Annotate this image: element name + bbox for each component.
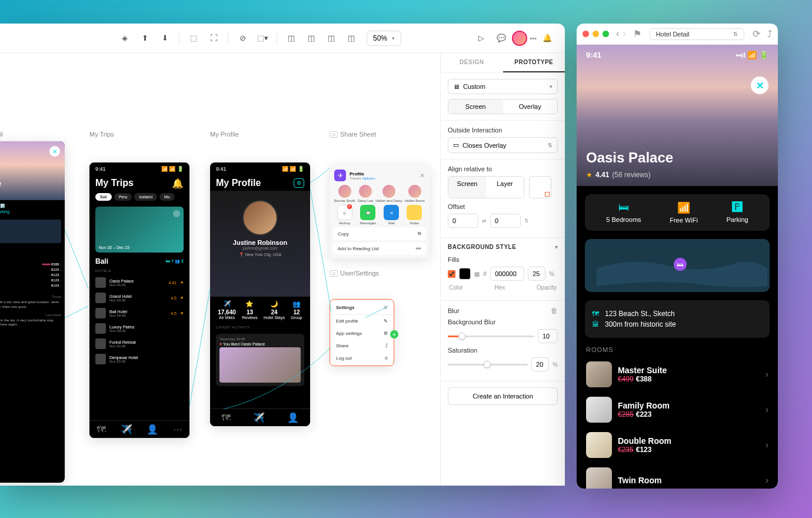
contact[interactable]: Hellen and Daisy (375, 185, 402, 202)
seg-screen[interactable]: Screen (448, 99, 503, 114)
seg-align-screen[interactable]: Screen (448, 177, 486, 198)
flight-tab-icon[interactable]: ✈️ (253, 412, 265, 423)
user-avatar[interactable] (512, 31, 527, 46)
close-button[interactable]: ✕ (751, 77, 768, 94)
stepper-icon[interactable]: ⇅ (524, 218, 529, 224)
blur-value-input[interactable] (538, 329, 558, 343)
list-item[interactable]: Luxury PalmsNov 20-26 (89, 321, 189, 336)
share-app-notes[interactable]: Notes (407, 205, 422, 225)
add-interaction-handle[interactable]: + (390, 330, 398, 338)
room-row[interactable]: Twin Room › (577, 463, 778, 489)
scale-tool[interactable]: ⛶ (204, 29, 223, 48)
room-row[interactable]: Family Room €285€223 › (577, 392, 778, 427)
room-row[interactable]: Master Suite €499€388 › (577, 357, 778, 392)
symbol-tool[interactable]: ◈ (115, 29, 134, 48)
canvas[interactable]: il ✕ s Palace ews) 📶Free WiFi 🅿️Parking … (0, 53, 440, 486)
seg-align-layer[interactable]: Layer (486, 177, 524, 198)
profile-avatar[interactable] (242, 200, 278, 235)
list-item[interactable]: Forest RetreatNov 20-26 (89, 336, 189, 351)
difference-tool[interactable]: ◫ (342, 29, 361, 48)
tab-more[interactable]: Mo (159, 193, 175, 201)
preview-title-select[interactable]: Hotel Detail ⇅ (650, 28, 744, 40)
fill-type-icon[interactable]: ▦ (474, 271, 480, 277)
profile-tab-icon[interactable]: 👤 (287, 412, 299, 423)
map-tab-icon[interactable]: 🗺 (221, 413, 231, 423)
tab-design[interactable]: DESIGN (441, 53, 503, 72)
maximize-window-button[interactable] (603, 31, 609, 37)
share-sheet-overlay[interactable]: ✈ Profile Travelir Options › ✕ Bonnie Sm… (330, 165, 430, 258)
profile-tab-icon[interactable]: 👤 (147, 424, 158, 435)
settings-app[interactable]: App settings⚙ (331, 327, 392, 340)
preset-select[interactable]: 🖥Custom ▾ (448, 79, 558, 94)
offset-x-input[interactable] (448, 214, 478, 228)
layer-down-tool[interactable]: ⬇ (155, 29, 174, 48)
preview-content[interactable]: 9:41 ••ıl 📶 🔋 ✕ Oasis Palace ★ 4.41 (58 … (577, 45, 778, 489)
flag-icon[interactable]: ⚑ (633, 28, 641, 39)
contact[interactable]: Bonnie Smith (334, 185, 355, 202)
settings-edit-profile[interactable]: Edit profile✎ (331, 315, 392, 327)
outside-select[interactable]: ▭Closes Overlay ⇅ (448, 137, 558, 153)
options-link[interactable]: Options (362, 177, 374, 180)
play-button[interactable]: ▷ (472, 29, 491, 48)
back-button[interactable]: ‹ (616, 28, 619, 39)
subtract-tool[interactable]: ◫ (302, 29, 321, 48)
anchor-grid[interactable] (529, 176, 551, 198)
tab-peru[interactable]: Peru (114, 193, 132, 201)
map-tab-icon[interactable]: 🗺 (96, 424, 106, 435)
hex-input[interactable] (490, 267, 524, 281)
swap-icon[interactable]: ⇄ (482, 218, 487, 224)
share-app-mail[interactable]: ✉Mail (384, 205, 399, 225)
chevron-down-icon[interactable]: ▾ (555, 244, 558, 250)
forward-button[interactable]: › (623, 28, 625, 39)
close-icon[interactable]: ✕ (49, 146, 60, 157)
resize-tool[interactable]: ⬚▾ (253, 29, 272, 48)
menu-tab-icon[interactable]: ⋯ (173, 424, 182, 435)
settings-overlay[interactable]: Settings✕ Edit profile✎ App settings⚙ Sh… (330, 299, 394, 366)
tab-iceland[interactable]: Iceland (134, 193, 157, 201)
artboard-hotel-detail[interactable]: ✕ s Palace ews) 📶Free WiFi 🅿️Parking ch … (0, 141, 65, 483)
opacity-input[interactable] (528, 267, 545, 281)
close-window-button[interactable] (583, 31, 589, 37)
fill-swatch[interactable] (459, 268, 471, 280)
notifications-button[interactable]: 🔔 (538, 29, 557, 48)
rotate-tool[interactable]: ⊘ (233, 29, 252, 48)
close-icon[interactable]: ✕ (420, 172, 425, 180)
map-card[interactable]: 🛏 (585, 239, 770, 292)
more-icon[interactable]: ••• (530, 35, 537, 42)
comment-button[interactable]: 💬 (492, 29, 511, 48)
saturation-slider[interactable] (448, 364, 528, 366)
zoom-select[interactable]: 50%▾ (367, 31, 401, 46)
bell-icon[interactable]: 🔔 (172, 178, 184, 189)
mask-tool[interactable]: ⬚ (184, 29, 203, 48)
seg-overlay[interactable]: Overlay (503, 99, 558, 114)
list-item[interactable]: Grand HotelNov 20-264.5★ (89, 290, 189, 306)
list-item[interactable]: Oasis PalaceNov 20-264.41★ (89, 275, 189, 290)
trash-icon[interactable]: 🗑 (551, 307, 558, 315)
share-button[interactable]: ⤴ (767, 29, 772, 39)
activity-card[interactable]: Yesterday 20:05 ♥ You liked Oasis Palace (216, 334, 304, 386)
room-row[interactable]: Double Room €235€123 › (577, 427, 778, 463)
gear-icon[interactable]: ⚙ (294, 178, 304, 188)
tab-prototype[interactable]: PROTOTYPE (503, 53, 565, 72)
close-icon[interactable]: ✕ (383, 304, 388, 311)
layer-up-tool[interactable]: ⬆ (135, 29, 154, 48)
list-item[interactable]: Bali HotelNov 20-264.5★ (89, 306, 189, 321)
blur-slider[interactable] (448, 336, 534, 337)
trip-hero[interactable]: Nov 20 – Dec 15 (95, 207, 184, 253)
artboard-my-trips[interactable]: 9:41📶 📶 🔋 My Trips 🔔 Bali Peru Iceland M… (89, 162, 189, 438)
settings-share[interactable]: Share⤴ (331, 340, 392, 352)
copy-action[interactable]: Copy⧉ (333, 227, 426, 240)
saturation-value-input[interactable] (531, 357, 549, 371)
list-item[interactable]: Denpasar HotelNov 20-26 (89, 351, 189, 367)
offset-y-input[interactable] (490, 214, 521, 228)
union-tool[interactable]: ◫ (282, 29, 301, 48)
share-app-messages[interactable]: 💬Messages (360, 205, 376, 225)
create-interaction-button[interactable]: Create an Interaction (448, 387, 558, 405)
intersect-tool[interactable]: ◫ (322, 29, 341, 48)
settings-logout[interactable]: Log out⎋ (331, 352, 392, 364)
share-app-airdrop[interactable]: ◎2Airdrop (337, 205, 352, 225)
reading-list-action[interactable]: Add to Reading List👓 (333, 243, 426, 255)
contact[interactable]: Daisy Lee (358, 185, 374, 202)
tab-bali[interactable]: Bali (95, 193, 112, 201)
minimize-window-button[interactable] (593, 31, 599, 37)
